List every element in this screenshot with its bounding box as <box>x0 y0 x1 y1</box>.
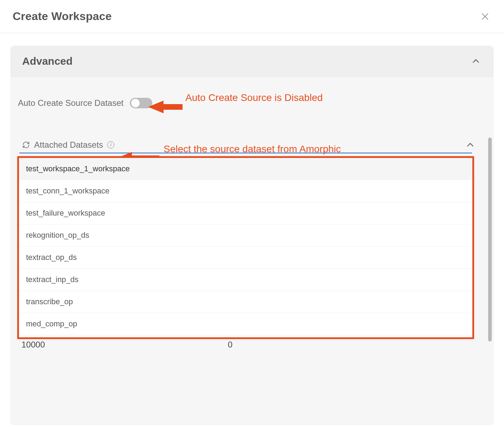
auto-create-label: Auto Create Source Dataset <box>18 98 123 108</box>
dropdown-option[interactable]: med_comp_op <box>19 313 472 335</box>
dropdown-option[interactable]: test_conn_1_workspace <box>19 180 472 202</box>
advanced-section: Advanced Auto Create Source Dataset <box>11 46 493 425</box>
refresh-icon[interactable] <box>22 141 30 149</box>
close-icon[interactable] <box>480 12 490 21</box>
auto-create-toggle[interactable] <box>130 98 152 108</box>
chevron-up-icon <box>471 57 480 66</box>
footer-value-left: 10000 <box>21 340 45 350</box>
footer-values: 10000 0 <box>14 339 477 350</box>
dropdown-option[interactable]: transcribe_op <box>19 291 472 313</box>
dropdown-option[interactable]: textract_op_ds <box>19 247 472 269</box>
dropdown-option[interactable]: textract_inp_ds <box>19 269 472 291</box>
advanced-section-header[interactable]: Advanced <box>11 46 493 77</box>
toggle-knob <box>131 99 140 107</box>
create-workspace-modal: Create Workspace Advanced Auto Create So… <box>0 0 504 427</box>
auto-create-row: Auto Create Source Dataset <box>14 98 477 108</box>
modal-title: Create Workspace <box>13 10 112 23</box>
modal-header: Create Workspace <box>0 0 504 33</box>
modal-body: Advanced Auto Create Source Dataset <box>0 33 504 425</box>
advanced-section-title: Advanced <box>22 55 72 67</box>
attached-datasets-header[interactable]: Attached Datasets i <box>14 140 477 153</box>
attached-datasets-dropdown: test_workspace_1_workspace test_conn_1_w… <box>17 156 474 339</box>
attached-datasets-left: Attached Datasets i <box>22 140 114 150</box>
scrollbar-thumb[interactable] <box>488 138 492 342</box>
footer-value-right: 0 <box>228 340 232 350</box>
chevron-up-icon <box>466 140 475 149</box>
info-icon[interactable]: i <box>107 141 114 148</box>
dropdown-list[interactable]: test_workspace_1_workspace test_conn_1_w… <box>19 158 472 337</box>
advanced-section-content: Auto Create Source Dataset Auto Create S… <box>11 77 493 357</box>
dropdown-option[interactable]: test_workspace_1_workspace <box>19 158 472 180</box>
attached-datasets-label: Attached Datasets <box>34 140 103 150</box>
attached-underline <box>19 153 472 153</box>
dropdown-option[interactable]: rekognition_op_ds <box>19 224 472 247</box>
dropdown-option[interactable]: test_failure_workspace <box>19 202 472 224</box>
